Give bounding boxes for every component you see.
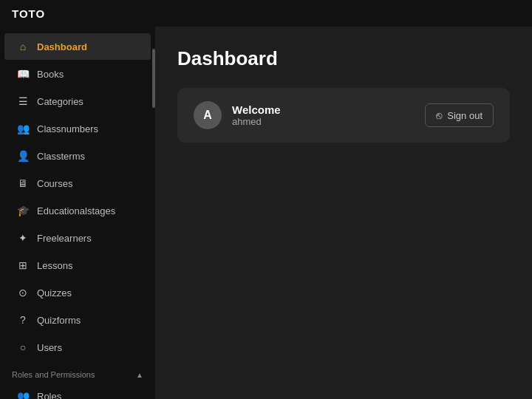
educationalstages-icon: 🎓 [16,204,30,217]
sidebar-item-lessons[interactable]: ⊞Lessons [4,252,151,279]
classnumbers-icon: 👥 [16,122,30,135]
roles-icon: 👥 [16,389,30,399]
sidebar-item-label-classterms: Classterms [37,151,85,162]
sidebar-item-label-books: Books [37,69,64,80]
main-content: Dashboard A Welcome ahmed ⎋ Sign out [155,27,532,399]
welcome-label: Welcome [232,103,281,116]
sidebar-item-users[interactable]: ○Users [4,334,151,361]
sidebar-item-label-classnumbers: Classnumbers [37,123,98,134]
sidebar-item-freelearners[interactable]: ✦Freelearners [4,225,151,251]
chevron-up-icon: ▲ [136,371,143,379]
dashboard-icon: ⌂ [16,40,30,53]
sidebar-item-categories[interactable]: ☰Categories [4,88,151,115]
sidebar-section-header: Roles and Permissions ▲ [0,361,155,382]
welcome-card: A Welcome ahmed ⎋ Sign out [177,88,510,143]
sidebar-item-label-quizforms: Quizforms [37,315,81,326]
users-icon: ○ [16,341,30,354]
sidebar-item-label-categories: Categories [37,96,83,107]
sidebar-item-classnumbers[interactable]: 👥Classnumbers [4,115,151,142]
sidebar-item-books[interactable]: 📖Books [4,61,151,87]
sign-out-icon: ⎋ [436,109,442,121]
sidebar-item-label-freelearners: Freelearners [37,233,92,244]
sidebar-item-educationalstages[interactable]: 🎓Educationalstages [4,197,151,224]
freelearners-icon: ✦ [16,231,30,245]
welcome-text: Welcome ahmed [232,103,281,127]
lessons-icon: ⊞ [16,259,30,272]
topbar: TOTO [0,0,532,27]
sidebar-item-quizzes[interactable]: ⊙Quizzes [4,279,151,306]
sidebar-item-label-users: Users [37,342,62,353]
layout: ⌂Dashboard📖Books☰Categories👥Classnumbers… [0,27,532,399]
sidebar-item-dashboard[interactable]: ⌂Dashboard [4,33,151,60]
classterms-icon: 👤 [16,149,30,163]
sidebar-item-quizforms[interactable]: ?Quizforms [4,307,151,333]
welcome-left: A Welcome ahmed [194,101,281,129]
sign-out-button[interactable]: ⎋ Sign out [425,103,494,127]
sidebar-item-classterms[interactable]: 👤Classterms [4,143,151,169]
sidebar-item-label-quizzes: Quizzes [37,287,72,299]
welcome-username: ahmed [232,116,281,127]
sidebar: ⌂Dashboard📖Books☰Categories👥Classnumbers… [0,27,155,399]
page-title: Dashboard [177,47,510,70]
sidebar-item-label-courses: Courses [37,178,72,189]
categories-icon: ☰ [16,95,30,108]
scroll-thumb [152,49,155,108]
quizzes-icon: ⊙ [16,286,30,299]
courses-icon: 🖥 [16,177,30,190]
avatar: A [194,101,222,129]
sidebar-nav: ⌂Dashboard📖Books☰Categories👥Classnumbers… [0,27,155,399]
sidebar-item-label-educationalstages: Educationalstages [37,205,115,216]
sidebar-item-label-lessons: Lessons [37,260,72,271]
sign-out-label: Sign out [447,110,482,121]
books-icon: 📖 [16,67,30,81]
sidebar-item-label-roles: Roles [37,391,61,400]
sidebar-section-label: Roles and Permissions [12,370,95,379]
sidebar-item-roles[interactable]: 👥Roles [4,383,151,399]
app-title: TOTO [12,7,45,20]
quizforms-icon: ? [16,313,30,327]
sidebar-item-courses[interactable]: 🖥Courses [4,170,151,197]
scroll-indicator [152,27,155,399]
sidebar-item-label-dashboard: Dashboard [37,41,87,52]
